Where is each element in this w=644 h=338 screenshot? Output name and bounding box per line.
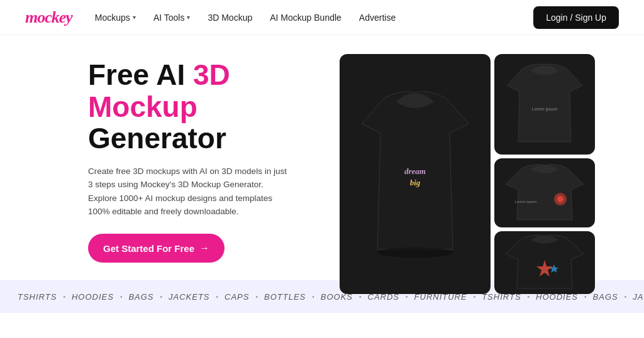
login-button[interactable]: Login / Sign Up [533, 6, 619, 29]
category-bottles[interactable]: BOTTLES [259, 292, 311, 302]
svg-point-3 [377, 248, 453, 258]
mockup-main-image[interactable]: dream big [340, 54, 491, 294]
chevron-down-icon: ▾ [187, 14, 190, 21]
mockup-images-grid: dream big Lorem ipsum Lorem ipsum [340, 54, 619, 268]
hero-text-block: Free AI 3D Mockup Generator Create free … [88, 59, 327, 263]
category-tshirts[interactable]: TSHIRTS [13, 292, 62, 302]
hero-section: Free AI 3D Mockup Generator Create free … [0, 35, 644, 280]
category-bags[interactable]: BAGS [123, 292, 158, 302]
category-jackets-2[interactable]: JACKETS [628, 292, 644, 302]
svg-text:big: big [410, 178, 421, 187]
nav-advertise[interactable]: Advertise [359, 13, 396, 23]
category-hoodies-2[interactable]: HOODIES [531, 292, 583, 302]
mockup-mid-right-image[interactable]: Lorem ipsum [494, 158, 595, 227]
svg-text:Lorem ipsum: Lorem ipsum [532, 107, 558, 112]
svg-point-6 [557, 196, 564, 202]
chevron-down-icon: ▾ [133, 14, 136, 21]
nav-3d-mockup[interactable]: 3D Mockup [208, 13, 252, 23]
cta-button[interactable]: Get Started For Free → [88, 234, 225, 263]
nav-ai-bundle[interactable]: AI Mockup Bundle [270, 13, 341, 23]
header: mockey Mockups ▾ AI Tools ▾ 3D Mockup AI… [0, 0, 644, 35]
svg-text:dream: dream [404, 166, 426, 176]
nav-ai-tools[interactable]: AI Tools ▾ [153, 13, 191, 23]
nav-mockups[interactable]: Mockups ▾ [95, 13, 136, 23]
hero-title: Free AI 3D Mockup Generator [88, 59, 314, 155]
arrow-icon: → [199, 243, 209, 254]
mockup-top-right-image[interactable]: Lorem ipsum [494, 54, 595, 155]
category-hoodies[interactable]: HOODIES [67, 292, 119, 302]
navigation: Mockups ▾ AI Tools ▾ 3D Mockup AI Mockup… [95, 13, 533, 23]
category-jackets[interactable]: JACKETS [164, 292, 215, 302]
category-caps[interactable]: CAPS [219, 292, 254, 302]
hero-description: Create free 3D mockups with AI on 3D mod… [88, 165, 289, 219]
logo[interactable]: mockey [25, 8, 72, 27]
category-track: TSHIRTS • HOODIES • BAGS • JACKETS • CAP… [13, 292, 644, 302]
category-bags-2[interactable]: BAGS [588, 292, 623, 302]
mockup-bottom-right-image[interactable] [494, 231, 595, 294]
svg-text:Lorem ipsum: Lorem ipsum [515, 200, 537, 204]
